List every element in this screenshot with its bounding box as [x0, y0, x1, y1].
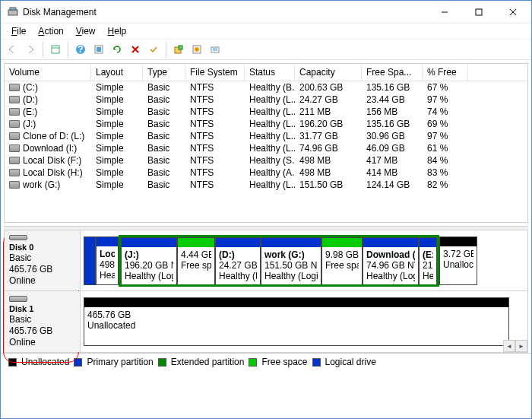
part-status: Healthy (Logi: [125, 271, 173, 281]
check-button[interactable]: [145, 41, 162, 58]
vol-name: (J:): [23, 119, 36, 129]
partition[interactable]: work (G:)151.50 GB NTFHealthy (Logi: [261, 237, 321, 286]
svg-text:?: ?: [78, 44, 83, 55]
title-bar: Disk Management: [1, 1, 531, 24]
maximize-button[interactable]: [461, 2, 496, 23]
table-row[interactable]: Download (I:)SimpleBasicNTFSHealthy (L..…: [5, 142, 527, 154]
disk-row[interactable]: Disk 1 Basic 465.76 GB Online 465.76 GBU…: [5, 291, 527, 352]
vol-type: Basic: [143, 118, 185, 130]
partition[interactable]: [84, 236, 96, 285]
action1-button[interactable]: [170, 41, 187, 58]
disk-type: Basic: [9, 314, 75, 325]
vol-pfree: 84 %: [423, 154, 468, 167]
vol-fs: NTFS: [185, 142, 245, 154]
h-scroll[interactable]: ◄ ►: [503, 340, 527, 352]
disk-type: Basic: [9, 252, 75, 263]
vol-free: 124.14 GB: [362, 179, 423, 191]
scroll-right-button[interactable]: ►: [515, 340, 527, 352]
vol-pfree: 69 %: [423, 118, 468, 130]
disk-header[interactable]: Disk 1 Basic 465.76 GB Online: [5, 291, 81, 352]
scroll-left-button[interactable]: ◄: [503, 340, 515, 352]
table-row[interactable]: work (G:)SimpleBasicNTFSHealthy (L...151…: [5, 179, 527, 191]
partition[interactable]: (D:)24.27 GB NHealthy (L: [215, 237, 261, 286]
vol-fs: NTFS: [185, 81, 245, 94]
table-row[interactable]: (E:)SimpleBasicNTFSHealthy (L...211 MB15…: [5, 106, 527, 118]
vol-free: 135.16 GB: [362, 118, 423, 130]
table-row[interactable]: Clone of D: (L:)SimpleBasicNTFSHealthy (…: [5, 130, 527, 142]
back-button[interactable]: [4, 41, 21, 58]
vol-layout: Simple: [91, 142, 143, 154]
settings-button[interactable]: [90, 41, 107, 58]
drive-icon: [9, 84, 20, 91]
extended-partition[interactable]: (J:)196.20 GB NTHealthy (Logi4.44 GBFree…: [119, 235, 439, 287]
table-row[interactable]: (C:)SimpleBasicNTFSHealthy (B...200.63 G…: [5, 81, 527, 94]
vol-status: Healthy (L...: [245, 179, 295, 191]
part-status: Free spac: [181, 260, 211, 271]
refresh-button[interactable]: [109, 41, 125, 58]
legend-swatch-free: [249, 358, 257, 367]
vol-pfree: 82 %: [423, 179, 468, 191]
minimize-button[interactable]: [427, 2, 461, 23]
legend-swatch-unalloc: [8, 358, 17, 367]
table-row[interactable]: Local Disk (F:)SimpleBasicNTFSHealthy (S…: [5, 154, 527, 167]
vol-capacity: 196.20 GB: [295, 118, 362, 130]
table-row[interactable]: (J:)SimpleBasicNTFSHealthy (L...196.20 G…: [5, 118, 527, 130]
vol-fs: NTFS: [185, 106, 245, 118]
volume-table[interactable]: Volume Layout Type File System Status Ca…: [4, 63, 528, 223]
col-fs[interactable]: File System: [185, 64, 245, 81]
disk-name: Disk 1: [9, 304, 75, 313]
part-status: Unallocat: [443, 259, 473, 270]
partition[interactable]: 4.44 GBFree spac: [177, 237, 215, 286]
col-capacity[interactable]: Capacity: [295, 64, 362, 81]
partition-area: Local498 MHealtl(J:)196.20 GB NTHealthy …: [81, 230, 527, 290]
part-size: 498 M: [100, 259, 115, 270]
vol-name: Download (I:): [23, 143, 77, 154]
col-volume[interactable]: Volume: [5, 64, 91, 81]
table-header[interactable]: Volume Layout Type File System Status Ca…: [5, 64, 527, 81]
menu-file[interactable]: File: [7, 24, 30, 38]
vol-type: Basic: [143, 106, 185, 118]
table-row[interactable]: Local Disk (H:)SimpleBasicNTFSHealthy (A…: [5, 167, 527, 179]
action3-button[interactable]: [207, 41, 223, 58]
menu-help[interactable]: Help: [103, 24, 131, 38]
disk-row[interactable]: Disk 0 Basic 465.76 GB Online Local498 M…: [5, 230, 527, 291]
vol-name: (D:): [23, 94, 38, 105]
menu-view[interactable]: View: [71, 24, 100, 38]
vol-type: Basic: [143, 81, 185, 94]
delete-button[interactable]: [127, 41, 144, 58]
vol-name: Local Disk (H:): [23, 167, 83, 178]
drive-icon: [9, 96, 20, 103]
window-title: Disk Management: [23, 7, 427, 17]
col-status[interactable]: Status: [245, 64, 295, 81]
partition[interactable]: (E:211Hea: [419, 237, 437, 286]
close-button[interactable]: [496, 2, 530, 23]
partition[interactable]: 465.76 GBUnallocated: [84, 297, 509, 346]
disk-icon: [9, 296, 27, 302]
col-type[interactable]: Type: [143, 64, 185, 81]
menu-action[interactable]: Action: [33, 24, 68, 38]
vol-layout: Simple: [91, 130, 143, 142]
partition[interactable]: 3.72 GBUnallocat: [439, 236, 477, 285]
vol-status: Healthy (L...: [245, 142, 295, 154]
disk-header[interactable]: Disk 0 Basic 465.76 GB Online: [5, 230, 81, 290]
app-icon: [7, 6, 19, 18]
partition[interactable]: (J:)196.20 GB NTHealthy (Logi: [121, 237, 177, 286]
partition-area: 465.76 GBUnallocated: [81, 291, 527, 352]
legend-swatch-primary: [74, 358, 82, 367]
col-free[interactable]: Free Spa...: [362, 64, 423, 81]
vol-status: Healthy (L...: [245, 106, 295, 118]
partition[interactable]: Download (I74.96 GB NTFHealthy (Log: [363, 237, 419, 286]
partition[interactable]: Local498 MHealtl: [96, 236, 119, 285]
help-button[interactable]: ?: [72, 41, 89, 58]
table-row[interactable]: (D:)SimpleBasicNTFSHealthy (L...24.27 GB…: [5, 94, 527, 106]
menu-bar: File Action View Help: [1, 24, 531, 39]
partition[interactable]: 9.98 GBFree space: [321, 237, 363, 286]
drive-icon: [9, 157, 20, 164]
action2-button[interactable]: [188, 41, 205, 58]
part-status: Healthy (L: [219, 271, 257, 281]
show-hide-button[interactable]: [47, 41, 64, 58]
vol-capacity: 498 MB: [295, 167, 362, 179]
forward-button[interactable]: [22, 41, 39, 58]
col-pfree[interactable]: % Free: [423, 64, 468, 81]
col-layout[interactable]: Layout: [91, 64, 143, 81]
